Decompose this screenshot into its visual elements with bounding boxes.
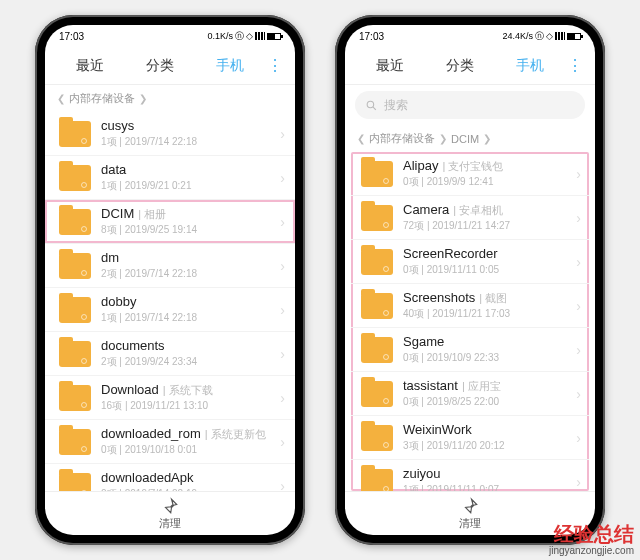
tab-recent[interactable]: 最近	[355, 57, 425, 75]
watermark-cn: 经验总结	[549, 523, 634, 545]
folder-sub: 8项 | 2019/9/25 19:14	[101, 223, 280, 237]
chevron-right-icon: ›	[280, 346, 285, 362]
breadcrumb[interactable]: ❮ 内部存储设备 ❯	[45, 85, 295, 112]
folder-row[interactable]: WeixinWork3项 | 2019/11/20 20:12›	[351, 416, 589, 460]
chevron-left-icon: ❮	[357, 133, 365, 144]
folder-row[interactable]: Alipay| 支付宝钱包0项 | 2019/9/9 12:41›	[351, 152, 589, 196]
folder-row[interactable]: documents2项 | 2019/9/24 23:34›	[45, 332, 295, 376]
menu-icon[interactable]: ⋮	[265, 56, 285, 75]
folder-name: downloaded_rom| 系统更新包	[101, 426, 280, 442]
folder-icon	[59, 341, 91, 367]
crumb-root: 内部存储设备	[69, 91, 135, 106]
folder-name: tassistant| 应用宝	[403, 378, 576, 394]
folder-sub: 72项 | 2019/11/21 14:27	[403, 219, 576, 233]
folder-sub: 0项 | 2019/11/11 0:05	[403, 263, 576, 277]
folder-name: dm	[101, 250, 280, 266]
signal-icon	[555, 32, 565, 40]
search-icon	[365, 99, 378, 112]
chevron-right-icon: ›	[576, 210, 581, 226]
folder-name: downloadedApk	[101, 470, 280, 486]
folder-row[interactable]: downloaded_rom| 系统更新包0项 | 2019/10/18 0:0…	[45, 420, 295, 464]
folder-row[interactable]: downloadedApk0项 | 2019/7/14 22:19›	[45, 464, 295, 491]
tabs: 最近 分类 手机 ⋮	[345, 47, 595, 85]
folder-row[interactable]: Camera| 安卓相机72项 | 2019/11/21 14:27›	[351, 196, 589, 240]
folder-row[interactable]: DCIM| 相册8项 | 2019/9/25 19:14›	[45, 200, 295, 244]
folder-icon	[59, 473, 91, 492]
signal-icon	[255, 32, 265, 40]
chevron-right-icon: ❯	[439, 133, 447, 144]
folder-name: zuiyou	[403, 466, 576, 482]
chevron-right-icon: ›	[280, 302, 285, 318]
folder-row[interactable]: Download| 系统下载16项 | 2019/11/21 13:10›	[45, 376, 295, 420]
wifi-icon: ◇	[546, 31, 553, 41]
folder-name: Screenshots| 截图	[403, 290, 576, 306]
folder-icon	[59, 121, 91, 147]
folder-icon	[59, 209, 91, 235]
watermark: 经验总结 jingyanzongjie.com	[549, 523, 634, 556]
folder-name: documents	[101, 338, 280, 354]
crumb-dcim: DCIM	[451, 133, 479, 145]
folder-row[interactable]: Sgame0项 | 2019/10/9 22:33›	[351, 328, 589, 372]
folder-icon	[59, 297, 91, 323]
folder-row[interactable]: cusys1项 | 2019/7/14 22:18›	[45, 112, 295, 156]
menu-icon[interactable]: ⋮	[565, 56, 585, 75]
phone-left: 17:03 0.1K/s ⓝ ◇ 最近 分类 手机 ⋮ ❮ 内部存储设备 ❯	[35, 15, 305, 545]
folder-row[interactable]: dm2项 | 2019/7/14 22:18›	[45, 244, 295, 288]
folder-row[interactable]: Screenshots| 截图40项 | 2019/11/21 17:03›	[351, 284, 589, 328]
folder-icon	[361, 469, 393, 492]
breadcrumb[interactable]: ❮ 内部存储设备 ❯ DCIM ❯	[345, 125, 595, 152]
folder-name: Camera| 安卓相机	[403, 202, 576, 218]
bottom-bar[interactable]: 清理	[45, 491, 295, 535]
status-time: 17:03	[59, 31, 84, 42]
folder-sub: 0项 | 2019/10/18 0:01	[101, 443, 280, 457]
chevron-right-icon: ›	[576, 166, 581, 182]
tab-category[interactable]: 分类	[425, 57, 495, 75]
folder-sub: 40项 | 2019/11/21 17:03	[403, 307, 576, 321]
folder-icon	[361, 425, 393, 451]
search-placeholder: 搜索	[384, 97, 408, 114]
chevron-right-icon: ❯	[483, 133, 491, 144]
folder-row[interactable]: zuiyou1项 | 2019/11/11 0:07›	[351, 460, 589, 491]
tab-phone[interactable]: 手机	[495, 57, 565, 75]
chevron-right-icon: ›	[280, 170, 285, 186]
chevron-right-icon: ›	[280, 258, 285, 274]
folder-sub: 16项 | 2019/11/21 13:10	[101, 399, 280, 413]
folder-sub: 3项 | 2019/11/20 20:12	[403, 439, 576, 453]
tab-category[interactable]: 分类	[125, 57, 195, 75]
broom-icon	[461, 497, 479, 515]
status-bar: 17:03 0.1K/s ⓝ ◇	[45, 25, 295, 47]
folder-icon	[59, 165, 91, 191]
chevron-right-icon: ›	[280, 126, 285, 142]
chevron-right-icon: ›	[280, 390, 285, 406]
search-input[interactable]: 搜索	[355, 91, 585, 119]
folder-row[interactable]: tassistant| 应用宝0项 | 2019/8/25 22:00›	[351, 372, 589, 416]
folder-sub: 1项 | 2019/9/21 0:21	[101, 179, 280, 193]
folder-name: WeixinWork	[403, 422, 576, 438]
status-time: 17:03	[359, 31, 384, 42]
chevron-right-icon: ›	[280, 478, 285, 492]
folder-sub: 0项 | 2019/8/25 22:00	[403, 395, 576, 409]
folder-name: data	[101, 162, 280, 178]
svg-line-1	[373, 107, 376, 110]
folder-row[interactable]: dobby1项 | 2019/7/14 22:18›	[45, 288, 295, 332]
folder-icon	[361, 249, 393, 275]
tabs: 最近 分类 手机 ⋮	[45, 47, 295, 85]
nfc-icon: ⓝ	[235, 30, 244, 43]
folder-icon	[361, 205, 393, 231]
folder-icon	[59, 429, 91, 455]
folder-sub: 2项 | 2019/9/24 23:34	[101, 355, 280, 369]
folder-list[interactable]: cusys1项 | 2019/7/14 22:18›data1项 | 2019/…	[45, 112, 295, 491]
folder-name: DCIM| 相册	[101, 206, 280, 222]
folder-icon	[361, 293, 393, 319]
chevron-right-icon: ›	[576, 430, 581, 446]
tab-phone[interactable]: 手机	[195, 57, 265, 75]
folder-row[interactable]: ScreenRecorder0项 | 2019/11/11 0:05›	[351, 240, 589, 284]
tab-recent[interactable]: 最近	[55, 57, 125, 75]
folder-icon	[361, 161, 393, 187]
folder-row[interactable]: data1项 | 2019/9/21 0:21›	[45, 156, 295, 200]
svg-point-0	[367, 101, 374, 108]
folder-sub: 1项 | 2019/7/14 22:18	[101, 311, 280, 325]
folder-list[interactable]: Alipay| 支付宝钱包0项 | 2019/9/9 12:41›Camera|…	[351, 152, 589, 491]
status-bar: 17:03 24.4K/s ⓝ ◇	[345, 25, 595, 47]
folder-name: Download| 系统下载	[101, 382, 280, 398]
